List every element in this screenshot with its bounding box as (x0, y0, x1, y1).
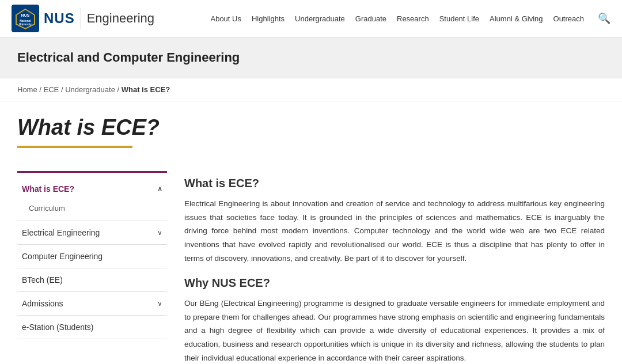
section1-body: Electrical Engineering is about innovati… (184, 197, 605, 265)
nus-text: NUS (44, 10, 75, 26)
search-icon[interactable]: 🔍 (598, 12, 610, 25)
nav-highlights[interactable]: Highlights (252, 14, 285, 23)
sidebar-sub-what-is-ece: Curriculum (17, 200, 167, 221)
sidebar-label-btech-ee: BTech (EE) (22, 275, 63, 285)
nav-student-life[interactable]: Student Life (439, 14, 479, 23)
chevron-up-icon: ∧ (157, 185, 162, 193)
dept-title: Electrical and Computer Engineering (17, 50, 605, 65)
sidebar-item-admissions[interactable]: Admissions ∨ (17, 292, 167, 316)
nav-graduate[interactable]: Graduate (355, 14, 386, 23)
nus-shield-logo: NUS National University (12, 5, 39, 32)
sidebar: What is ECE? ∧ Curriculum Electrical Eng… (17, 171, 167, 364)
nav-alumni-giving[interactable]: Alumni & Giving (490, 14, 543, 23)
top-navigation: NUS National University NUS Engineering … (0, 0, 622, 37)
main-layout: What is ECE? ∧ Curriculum Electrical Eng… (0, 165, 622, 364)
page-title-area: What is ECE? (0, 101, 622, 165)
nav-undergraduate[interactable]: Undergraduate (295, 14, 345, 23)
sidebar-item-estation[interactable]: e-Station (Students) (17, 316, 167, 339)
svg-text:NUS: NUS (21, 13, 30, 17)
section1-title: What is ECE? (184, 177, 605, 190)
title-underline (17, 146, 132, 148)
chevron-down-icon-admissions: ∨ (157, 299, 162, 308)
engineering-text: Engineering (87, 11, 154, 26)
svg-rect-0 (14, 7, 37, 30)
logo-divider (81, 8, 81, 29)
breadcrumb-sep3: / (117, 85, 122, 94)
section2-body: Our BEng (Electrical Engineering) progra… (184, 297, 605, 364)
breadcrumb-sep1: / (39, 85, 43, 94)
svg-text:National: National (20, 19, 31, 22)
sidebar-item-electrical-engineering[interactable]: Electrical Engineering ∨ (17, 221, 167, 245)
sidebar-label-electrical-engineering: Electrical Engineering (22, 228, 100, 237)
chevron-down-icon-ee: ∨ (157, 229, 162, 237)
page-title: What is ECE? (17, 115, 605, 140)
sidebar-label-computer-engineering: Computer Engineering (22, 252, 103, 261)
breadcrumb-home[interactable]: Home (17, 85, 37, 94)
sidebar-item-what-is-ece[interactable]: What is ECE? ∧ Curriculum (17, 177, 167, 221)
logo-area: NUS National University NUS Engineering (12, 5, 154, 32)
svg-text:University: University (19, 23, 32, 26)
sidebar-label-estation: e-Station (Students) (22, 323, 94, 332)
content-area: What is ECE? Electrical Engineering is a… (184, 171, 605, 364)
sidebar-item-btech-ee[interactable]: BTech (EE) (17, 268, 167, 292)
section2-title: Why NUS ECE? (184, 276, 605, 290)
sidebar-sub-curriculum[interactable]: Curriculum (29, 200, 162, 216)
nav-about-us[interactable]: About Us (210, 14, 241, 23)
breadcrumb-undergraduate[interactable]: Undergraduate (65, 85, 115, 94)
breadcrumb-current: What is ECE? (122, 85, 170, 94)
sidebar-label-admissions: Admissions (22, 299, 63, 308)
nav-research[interactable]: Research (397, 14, 429, 23)
breadcrumb-ece[interactable]: ECE (44, 85, 59, 94)
nav-links: About Us Highlights Undergraduate Gradua… (210, 12, 610, 25)
dept-banner: Electrical and Computer Engineering (0, 37, 622, 78)
sidebar-item-computer-engineering[interactable]: Computer Engineering (17, 245, 167, 268)
breadcrumb: Home / ECE / Undergraduate / What is ECE… (0, 78, 622, 101)
sidebar-label-what-is-ece: What is ECE? (22, 184, 74, 194)
nav-outreach[interactable]: Outreach (553, 14, 584, 23)
